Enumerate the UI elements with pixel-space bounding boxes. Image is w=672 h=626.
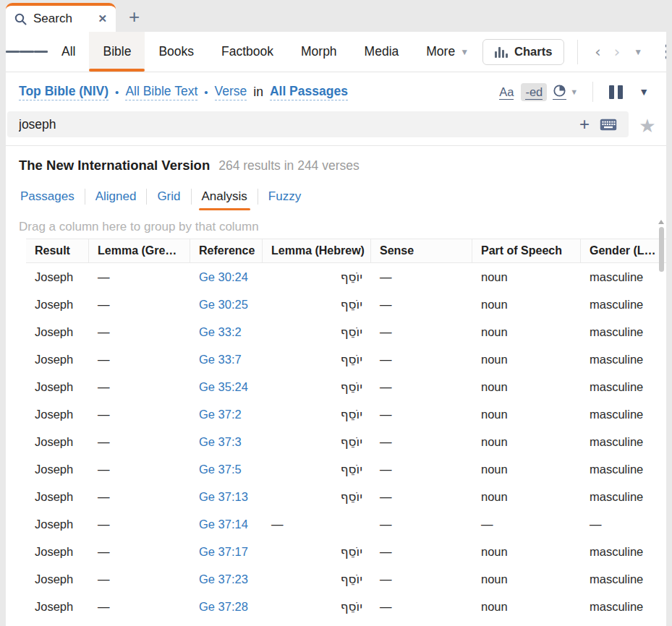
- reference-cell[interactable]: Ge 37:3: [190, 428, 263, 455]
- table-row[interactable]: Joseph—Ge 37:3יוֹסֵף—nounmasculine: [26, 428, 666, 455]
- charts-button[interactable]: Charts: [482, 39, 564, 65]
- scope-bible-version[interactable]: Top Bible (NIV): [19, 84, 109, 100]
- pause-icon[interactable]: [605, 85, 627, 99]
- reference-link[interactable]: Ge 30:24: [199, 270, 248, 284]
- table-body: Joseph—Ge 30:24יוֹסֵף—nounmasculineJosep…: [26, 263, 666, 620]
- gender-cell: masculine: [581, 455, 666, 483]
- reference-cell[interactable]: Ge 30:25: [190, 291, 263, 318]
- reference-cell[interactable]: Ge 33:7: [190, 346, 263, 373]
- match-case-toggle[interactable]: Aa: [495, 83, 518, 101]
- tab-more[interactable]: More ▼: [412, 32, 482, 72]
- table-row[interactable]: Joseph—Ge 30:24יוֹסֵף—nounmasculine: [26, 263, 666, 291]
- table-row[interactable]: Joseph—Ge 37:23יוֹסֵף—nounmasculine: [26, 565, 666, 593]
- tab-title: Search: [33, 12, 91, 26]
- reference-cell[interactable]: Ge 35:24: [190, 373, 263, 400]
- history-chevron-icon[interactable]: ▼: [626, 47, 650, 57]
- sense-cell: —: [371, 263, 472, 291]
- reference-link[interactable]: Ge 37:5: [199, 463, 242, 476]
- menu-icon[interactable]: [6, 32, 48, 72]
- reference-link[interactable]: Ge 30:25: [199, 298, 248, 312]
- part-of-speech-cell: noun: [472, 318, 581, 346]
- group-by-drop-zone[interactable]: Drag a column here to group by that colu…: [6, 213, 666, 239]
- tab-all[interactable]: All: [48, 32, 89, 72]
- reference-link[interactable]: Ge 37:14: [199, 518, 248, 531]
- reference-cell[interactable]: Ge 37:5: [190, 455, 263, 483]
- search-document-tab[interactable]: Search ✕: [6, 3, 116, 32]
- back-arrow-icon[interactable]: ‹: [588, 43, 607, 61]
- column-header-part-of-speech[interactable]: Part of Speech: [472, 239, 581, 262]
- view-tab-grid[interactable]: Grid: [147, 184, 190, 210]
- lemma-greek-cell: —: [89, 455, 190, 483]
- keyboard-icon[interactable]: [595, 119, 621, 131]
- result-cell: Joseph: [26, 346, 89, 373]
- view-tab-aligned[interactable]: Aligned: [85, 184, 147, 210]
- reference-link[interactable]: Ge 37:13: [199, 490, 248, 504]
- reference-cell[interactable]: Ge 37:23: [190, 565, 263, 593]
- table-row[interactable]: Joseph—Ge 33:2יוֹסֵף—nounmasculine: [26, 318, 666, 346]
- tab-factbook[interactable]: Factbook: [208, 32, 287, 72]
- close-icon[interactable]: ✕: [98, 12, 107, 25]
- scope-passages[interactable]: All Passages: [270, 84, 348, 100]
- reference-link[interactable]: Ge 37:17: [199, 545, 248, 559]
- favorite-star-icon[interactable]: ★: [629, 111, 666, 140]
- reference-link[interactable]: Ge 35:24: [199, 380, 248, 394]
- breadcrumb-separator: •: [115, 86, 119, 98]
- forward-arrow-icon[interactable]: ›: [608, 43, 626, 61]
- reference-cell[interactable]: Ge 37:28: [190, 593, 263, 620]
- search-input[interactable]: [19, 117, 574, 132]
- reference-cell[interactable]: Ge 37:17: [190, 538, 263, 565]
- table-row[interactable]: Joseph—Ge 37:14————: [26, 510, 666, 538]
- column-header-lemma-greek[interactable]: Lemma (Gre…: [89, 239, 190, 262]
- visual-filter-control[interactable]: ▼: [550, 84, 581, 100]
- scope-search-fields[interactable]: All Bible Text: [125, 84, 197, 100]
- column-header-lemma-hebrew[interactable]: Lemma (Hebrew): [263, 239, 371, 262]
- scrollbar-thumb[interactable]: [659, 227, 664, 272]
- tab-books[interactable]: Books: [145, 32, 208, 72]
- reference-cell[interactable]: Ge 37:2: [190, 400, 263, 428]
- scroll-up-icon[interactable]: [658, 220, 664, 224]
- part-of-speech-cell: noun: [472, 455, 581, 483]
- reference-link[interactable]: Ge 37:28: [199, 600, 248, 614]
- table-row[interactable]: Joseph—Ge 37:5יוֹסֵף—nounmasculine: [26, 455, 666, 483]
- reference-link[interactable]: Ge 37:2: [199, 408, 242, 421]
- table-row[interactable]: Joseph—Ge 35:24יוֹסֵף—nounmasculine: [26, 373, 666, 400]
- tab-bible[interactable]: Bible: [89, 32, 145, 72]
- search-scope-toolbar: Top Bible (NIV) • All Bible Text • Verse…: [6, 72, 666, 111]
- reference-cell[interactable]: Ge 33:2: [190, 318, 263, 346]
- match-word-forms-toggle[interactable]: -ed: [521, 83, 547, 101]
- reference-cell[interactable]: Ge 37:14: [190, 510, 263, 538]
- view-tab-passages[interactable]: Passages: [10, 184, 85, 210]
- lemma-greek-cell: —: [89, 346, 190, 373]
- sense-cell: —: [371, 538, 472, 565]
- sense-cell: —: [371, 373, 472, 400]
- table-row[interactable]: Joseph—Ge 37:17יוֹסֵף—nounmasculine: [26, 538, 666, 565]
- panel-menu-icon[interactable]: [650, 44, 666, 59]
- vertical-scrollbar[interactable]: [658, 220, 665, 623]
- column-header-gender[interactable]: Gender (L…: [581, 239, 666, 262]
- reference-cell[interactable]: Ge 30:24: [190, 263, 263, 291]
- table-row[interactable]: Joseph—Ge 30:25יוֹסֵף—nounmasculine: [26, 291, 666, 318]
- collapse-chevron-icon[interactable]: ▼: [630, 86, 658, 98]
- reference-link[interactable]: Ge 37:23: [199, 573, 248, 586]
- table-row[interactable]: Joseph—Ge 33:7יוֹסֵף—nounmasculine: [26, 346, 666, 373]
- view-tab-fuzzy[interactable]: Fuzzy: [258, 184, 311, 210]
- reference-link[interactable]: Ge 33:2: [199, 325, 242, 339]
- tab-morph[interactable]: Morph: [287, 32, 351, 72]
- table-row[interactable]: Joseph—Ge 37:13יוֹסֵף—nounmasculine: [26, 483, 666, 510]
- add-term-icon[interactable]: +: [574, 116, 595, 133]
- table-row[interactable]: Joseph—Ge 37:2יוֹסֵף—nounmasculine: [26, 400, 666, 428]
- column-header-reference[interactable]: Reference: [190, 239, 263, 262]
- reference-cell[interactable]: Ge 37:13: [190, 483, 263, 510]
- reference-link[interactable]: Ge 37:3: [199, 435, 242, 449]
- new-tab-button[interactable]: +: [129, 7, 140, 26]
- table-row[interactable]: Joseph—Ge 37:28יוֹסֵף—nounmasculine: [26, 593, 666, 620]
- search-box[interactable]: +: [7, 111, 629, 137]
- scope-result-unit[interactable]: Verse: [215, 84, 247, 100]
- view-tab-analysis[interactable]: Analysis: [192, 184, 258, 210]
- column-header-result[interactable]: Result: [26, 239, 89, 262]
- search-panel: All Bible Books Factbook Morph Media Mor…: [6, 32, 666, 626]
- tab-media[interactable]: Media: [351, 32, 413, 72]
- column-header-sense[interactable]: Sense: [371, 239, 472, 262]
- lemma-hebrew-cell: יוֹסֵף: [263, 263, 371, 291]
- reference-link[interactable]: Ge 33:7: [199, 353, 242, 366]
